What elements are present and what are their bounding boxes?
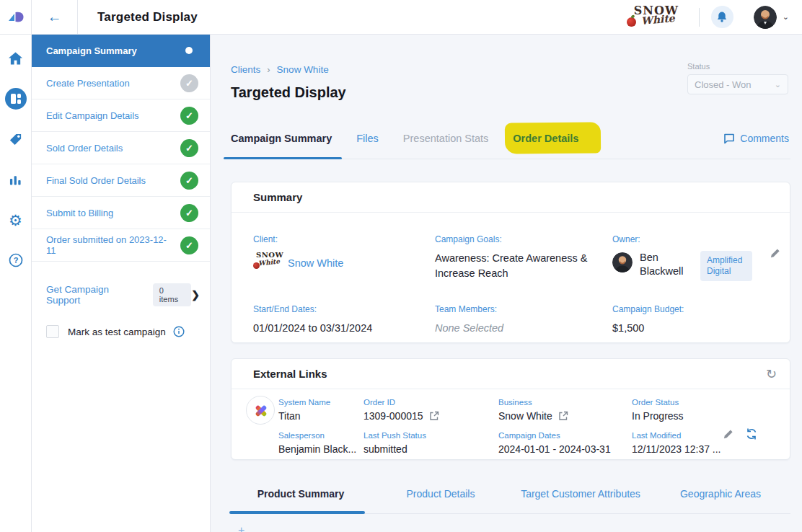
owner-label: Owner: bbox=[612, 234, 780, 244]
external-link-icon[interactable] bbox=[558, 411, 568, 421]
campaign-goals-field: Campaign Goals: Awareness: Create Awaren… bbox=[435, 234, 612, 281]
step-campaign-summary[interactable]: Campaign Summary bbox=[32, 35, 210, 67]
check-pending-icon: ✓ bbox=[180, 74, 198, 92]
topbar-divider bbox=[699, 8, 700, 27]
avatar-image bbox=[754, 6, 777, 29]
comments-button[interactable]: Comments bbox=[723, 133, 789, 144]
check-done-icon: ✓ bbox=[180, 236, 198, 254]
brand-mark-icon bbox=[6, 9, 25, 26]
info-icon[interactable] bbox=[173, 326, 185, 337]
dropdown-chevron-icon: ⌄ bbox=[775, 80, 781, 89]
add-product-button[interactable]: + bbox=[238, 524, 244, 532]
client-field: Client: SNOW White Snow White bbox=[253, 234, 435, 281]
order-id-value: 1309-000015 bbox=[363, 410, 423, 422]
tab-order-details[interactable]: Order Details bbox=[513, 133, 578, 144]
team-label: Team Members: bbox=[435, 304, 612, 314]
dashboard-layout-icon bbox=[10, 93, 22, 105]
order-id-field: Order ID 1309-000015 bbox=[363, 398, 498, 422]
topbar-actions: SNOW White bbox=[625, 3, 802, 32]
step-final-sold-order-details[interactable]: Final Sold Order Details ✓ bbox=[32, 164, 210, 197]
step-label: Submit to Billing bbox=[46, 208, 180, 218]
nav-help-button[interactable]: ? bbox=[5, 249, 27, 271]
back-button[interactable]: ← bbox=[32, 0, 78, 35]
nav-home-button[interactable] bbox=[5, 48, 27, 69]
current-step-dot-icon bbox=[185, 47, 193, 54]
external-link-icon[interactable] bbox=[429, 411, 439, 421]
notifications-button[interactable] bbox=[711, 6, 733, 28]
order-status-value: In Progress bbox=[632, 410, 721, 422]
external-links-card: External Links ↻ System Name Titan Order… bbox=[231, 358, 790, 460]
check-done-icon: ✓ bbox=[180, 172, 198, 190]
goals-label: Campaign Goals: bbox=[435, 234, 612, 244]
status-value: Closed - Won bbox=[695, 79, 752, 90]
order-status-field: Order Status In Progress bbox=[632, 398, 721, 422]
status-block: Status Closed - Won ⌄ bbox=[687, 62, 788, 94]
pencil-icon bbox=[723, 429, 733, 440]
edit-owner-button[interactable] bbox=[770, 248, 780, 259]
external-links-title: External Links bbox=[253, 368, 327, 380]
brand-text-white: White bbox=[640, 12, 675, 26]
check-done-icon: ✓ bbox=[180, 204, 198, 222]
tab-files[interactable]: Files bbox=[356, 133, 379, 144]
team-members-field: Team Members: None Selected bbox=[435, 304, 612, 336]
nav-tags-button[interactable] bbox=[5, 128, 27, 150]
status-label: Status bbox=[687, 62, 788, 71]
breadcrumb-client-link[interactable]: Snow White bbox=[277, 64, 329, 75]
external-links-actions bbox=[723, 427, 758, 440]
budget-value: $1,500 bbox=[612, 321, 780, 336]
step-label: Campaign Summary bbox=[46, 45, 185, 56]
check-done-icon: ✓ bbox=[180, 107, 198, 125]
owner-field: Owner: bbox=[612, 234, 780, 281]
tab-campaign-summary[interactable]: Campaign Summary bbox=[231, 133, 332, 144]
summary-card-title: Summary bbox=[253, 191, 302, 203]
owner-org-badge: Amplified Digital bbox=[700, 251, 752, 281]
tab-target-customer-attributes[interactable]: Target Customer Attributes bbox=[511, 488, 651, 500]
step-label: Final Sold Order Details bbox=[46, 175, 180, 186]
last-modified-field: Last Modified 12/11/2023 12:37 ... bbox=[632, 431, 721, 455]
dates-label: Start/End Dates: bbox=[253, 304, 435, 314]
tab-geographic-areas[interactable]: Geographic Areas bbox=[651, 488, 790, 500]
client-label: Client: bbox=[253, 234, 435, 244]
tab-presentation-stats[interactable]: Presentation Stats bbox=[403, 133, 489, 144]
campaign-dates-label: Campaign Dates bbox=[498, 431, 632, 440]
push-status-value: submitted bbox=[363, 443, 498, 455]
tag-icon bbox=[9, 133, 22, 146]
sync-button[interactable] bbox=[745, 427, 758, 440]
mark-test-campaign-checkbox[interactable] bbox=[46, 325, 59, 338]
last-modified-label: Last Modified bbox=[632, 431, 721, 440]
step-submit-to-billing[interactable]: Submit to Billing ✓ bbox=[32, 197, 210, 229]
edit-external-link-button[interactable] bbox=[723, 429, 733, 440]
step-create-presentation[interactable]: Create Presentation ✓ bbox=[32, 67, 210, 99]
tab-product-details[interactable]: Product Details bbox=[371, 488, 511, 500]
step-label: Order submitted on 2023-12-11 bbox=[46, 234, 180, 256]
status-dropdown[interactable]: Closed - Won ⌄ bbox=[687, 74, 788, 94]
support-label: Get Campaign Support bbox=[46, 284, 146, 306]
home-icon bbox=[9, 52, 22, 65]
main-content: Status Closed - Won ⌄ Clients › Snow Whi… bbox=[211, 35, 802, 532]
client-logo-text: SNOW bbox=[256, 251, 283, 259]
gear-icon: ⚙ bbox=[9, 213, 22, 228]
step-edit-campaign-details[interactable]: Edit Campaign Details ✓ bbox=[32, 99, 210, 132]
nav-reports-button[interactable] bbox=[5, 169, 27, 190]
product-tabs: Product Summary Product Details Target C… bbox=[231, 488, 790, 514]
user-avatar[interactable] bbox=[754, 6, 777, 29]
client-link[interactable]: SNOW White Snow White bbox=[253, 251, 435, 275]
tab-product-summary[interactable]: Product Summary bbox=[231, 488, 371, 500]
step-order-submitted[interactable]: Order submitted on 2023-12-11 ✓ bbox=[32, 229, 210, 262]
system-name-value: Titan bbox=[278, 410, 363, 422]
user-menu-chevron-icon[interactable]: ⌄ bbox=[783, 12, 789, 22]
get-campaign-support-button[interactable]: Get Campaign Support 0 items ❯ bbox=[32, 283, 210, 306]
app-window: ← Targeted Display SNOW White bbox=[0, 0, 802, 532]
refresh-button[interactable]: ↻ bbox=[766, 368, 777, 381]
check-done-icon: ✓ bbox=[180, 139, 198, 157]
app-logo[interactable] bbox=[0, 0, 32, 35]
nav-settings-button[interactable]: ⚙ bbox=[5, 209, 27, 231]
breadcrumb-clients-link[interactable]: Clients bbox=[231, 64, 260, 75]
step-sold-order-details[interactable]: Sold Order Details ✓ bbox=[32, 132, 210, 164]
top-bar: ← Targeted Display SNOW White bbox=[0, 0, 802, 35]
budget-field: Campaign Budget: $1,500 bbox=[612, 304, 780, 336]
team-value: None Selected bbox=[435, 321, 612, 336]
step-label: Sold Order Details bbox=[46, 143, 180, 154]
push-status-field: Last Push Status submitted bbox=[363, 431, 498, 455]
nav-campaigns-button[interactable] bbox=[5, 88, 27, 110]
